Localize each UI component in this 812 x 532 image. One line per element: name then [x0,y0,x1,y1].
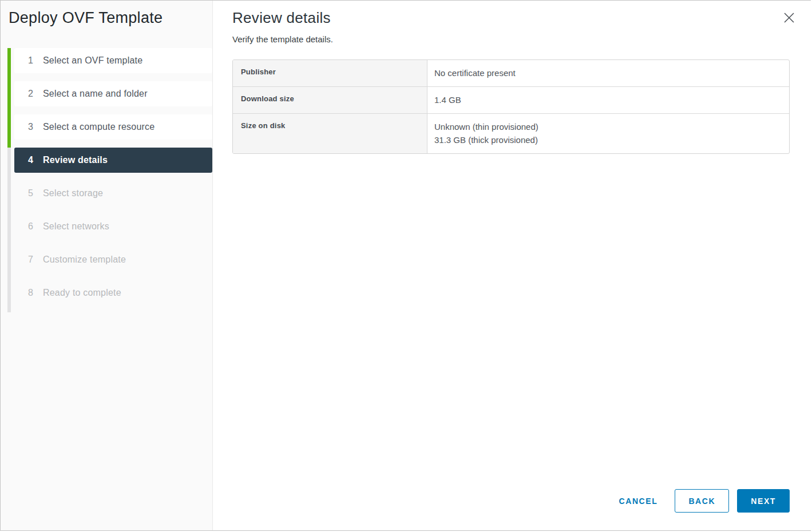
close-icon [783,11,795,24]
wizard-steps: 1 Select an OVF template 2 Select a name… [1,48,212,305]
row-label: Size on disk [233,114,427,153]
wizard-main-panel: Review details Verify the template detai… [213,1,811,530]
row-value-line-2: 31.3 GB (thick provisioned) [434,133,781,146]
step-number: 2 [25,89,33,99]
cancel-button[interactable]: CANCEL [615,492,661,510]
row-value: 1.4 GB [427,87,789,113]
page-subtitle: Verify the template details. [232,34,790,44]
step-label: Select networks [43,221,109,232]
page-title: Review details [232,9,790,27]
step-number: 7 [25,255,33,265]
table-row-size-on-disk: Size on disk Unknown (thin provisioned) … [233,113,789,153]
template-details-table: Publisher No certificate present Downloa… [232,59,790,154]
step-item-select-compute-resource[interactable]: 3 Select a compute resource [14,114,212,140]
back-button[interactable]: BACK [675,489,729,513]
deploy-ovf-template-dialog: Deploy OVF Template 1 Select an OVF temp… [0,0,811,531]
step-item-select-networks: 6 Select networks [14,214,212,239]
step-label: Ready to complete [43,288,121,298]
table-row-publisher: Publisher No certificate present [233,60,789,86]
step-label: Select storage [43,188,103,198]
step-label: Select a name and folder [43,89,148,99]
row-label: Download size [233,87,427,113]
wizard-sidebar: Deploy OVF Template 1 Select an OVF temp… [1,1,213,530]
dialog-title: Deploy OVF Template [1,1,212,27]
step-item-review-details[interactable]: 4 Review details [14,148,212,173]
step-label: Review details [43,155,108,165]
step-number: 4 [25,155,33,165]
wizard-footer: CANCEL BACK NEXT [615,489,790,513]
table-row-download-size: Download size 1.4 GB [233,86,789,113]
step-number: 8 [25,288,33,298]
step-label: Select an OVF template [43,55,142,66]
step-number: 3 [25,122,33,132]
step-label: Select a compute resource [43,122,155,132]
next-button[interactable]: NEXT [737,489,790,513]
step-label: Customize template [43,255,126,265]
step-number: 1 [25,55,33,66]
progress-completed-bar [7,48,11,148]
step-item-customize-template: 7 Customize template [14,247,212,272]
close-button[interactable] [781,10,797,26]
step-number: 5 [25,188,33,198]
row-value-line-1: Unknown (thin provisioned) [434,120,781,133]
step-item-ready-to-complete: 8 Ready to complete [14,280,212,305]
step-item-select-ovf-template[interactable]: 1 Select an OVF template [14,48,212,73]
row-value: Unknown (thin provisioned) 31.3 GB (thic… [427,114,789,153]
row-label: Publisher [233,60,427,86]
step-item-select-storage: 5 Select storage [14,181,212,206]
step-item-select-name-folder[interactable]: 2 Select a name and folder [14,81,212,106]
step-number: 6 [25,221,33,232]
row-value: No certificate present [427,60,789,86]
